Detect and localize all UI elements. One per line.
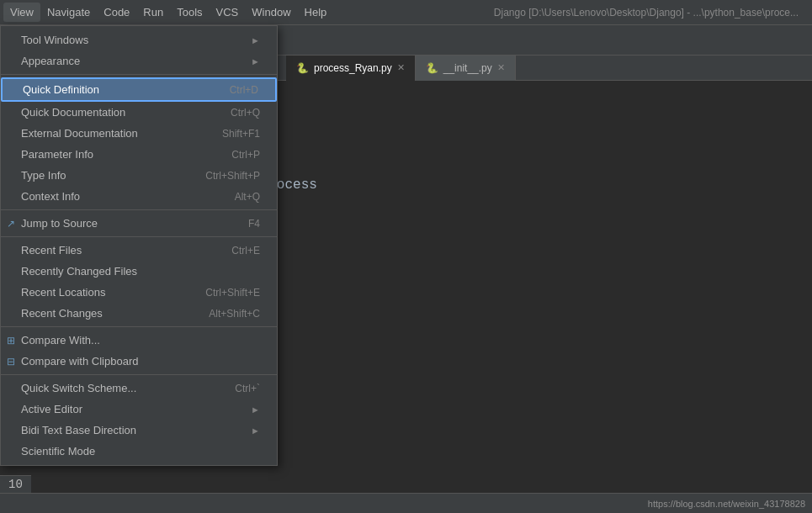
menu-item-external-documentation[interactable]: External Documentation Shift+F1	[1, 123, 277, 144]
menu-item-quick-definition[interactable]: Quick Definition Ctrl+D	[1, 77, 277, 102]
menu-item-recent-changes[interactable]: Recent Changes Alt+Shift+C	[1, 303, 277, 324]
separator-5	[1, 374, 277, 375]
menu-item-bidi-text[interactable]: Bidi Text Base Direction ►	[1, 420, 277, 441]
menu-item-jump-to-source[interactable]: ↗ Jump to Source F4	[1, 213, 277, 234]
tab-process-ryan-label: process_Ryan.py	[314, 62, 392, 74]
menu-run[interactable]: Run	[136, 3, 170, 22]
tab-process-ryan-close[interactable]: ✕	[397, 62, 405, 73]
menu-item-tool-windows[interactable]: Tool Windows ►	[1, 29, 277, 50]
tool-windows-arrow: ►	[251, 35, 260, 45]
context-info-shortcut: Alt+Q	[235, 191, 260, 203]
separator-2	[1, 209, 277, 210]
jump-to-source-shortcut: F4	[248, 218, 260, 230]
recent-locations-shortcut: Ctrl+Shift+E	[205, 287, 260, 299]
menu-item-active-editor[interactable]: Active Editor ►	[1, 399, 277, 420]
menu-item-compare-clipboard[interactable]: ⊟ Compare with Clipboard	[1, 351, 277, 372]
tab-init-close[interactable]: ✕	[497, 62, 505, 73]
menu-item-scientific-mode[interactable]: Scientific Mode	[1, 441, 277, 462]
tab-init[interactable]: 🐍 __init__.py ✕	[416, 56, 516, 81]
menu-item-recently-changed-files[interactable]: Recently Changed Files	[1, 261, 277, 282]
jump-to-source-icon: ↗	[4, 218, 18, 230]
quick-definition-shortcut: Ctrl+D	[230, 84, 258, 96]
parameter-info-shortcut: Ctrl+P	[231, 149, 260, 161]
quick-documentation-shortcut: Ctrl+Q	[231, 107, 260, 119]
menu-item-appearance[interactable]: Appearance ►	[1, 50, 277, 71]
type-info-shortcut: Ctrl+Shift+P	[205, 170, 260, 182]
dropdown-menu: Tool Windows ► Appearance ► Quick Defini…	[0, 25, 278, 466]
status-url: https://blog.csdn.net/weixin_43178828	[648, 499, 805, 509]
recently-changed-files-label: Recently Changed Files	[21, 265, 137, 278]
menu-view[interactable]: View	[3, 3, 40, 22]
recent-changes-label: Recent Changes	[21, 307, 103, 320]
menu-navigate[interactable]: Navigate	[40, 3, 97, 22]
active-editor-label: Active Editor	[21, 403, 82, 415]
jump-to-source-label: Jump to Source	[21, 217, 98, 230]
quick-definition-label: Quick Definition	[23, 83, 99, 96]
type-info-label: Type Info	[21, 169, 66, 182]
menu-vcs[interactable]: VCS	[210, 3, 246, 22]
separator-4	[1, 326, 277, 327]
menu-help[interactable]: Help	[298, 3, 334, 22]
separator-1	[1, 74, 277, 75]
menu-item-context-info[interactable]: Context Info Alt+Q	[1, 186, 277, 207]
compare-with-label: Compare With...	[21, 334, 100, 346]
menu-item-parameter-info[interactable]: Parameter Info Ctrl+P	[1, 144, 277, 165]
external-documentation-label: External Documentation	[21, 127, 138, 140]
statusbar: https://blog.csdn.net/weixin_43178828	[0, 493, 812, 513]
menubar: View Navigate Code Run Tools VCS Window …	[0, 0, 812, 25]
view-dropdown: Tool Windows ► Appearance ► Quick Defini…	[0, 25, 278, 466]
window-title: Django [D:\Users\Lenovo\Desktop\Django] …	[494, 7, 809, 19]
recent-locations-label: Recent Locations	[21, 286, 105, 299]
init-file-icon: 🐍	[426, 62, 438, 74]
current-line-number: 10	[0, 475, 31, 493]
menu-item-type-info[interactable]: Type Info Ctrl+Shift+P	[1, 165, 277, 186]
appearance-arrow: ►	[251, 56, 260, 66]
external-documentation-shortcut: Shift+F1	[222, 128, 260, 140]
compare-with-icon: ⊞	[4, 335, 18, 346]
menu-code[interactable]: Code	[97, 3, 136, 22]
compare-clipboard-icon: ⊟	[4, 356, 18, 368]
compare-clipboard-label: Compare with Clipboard	[21, 355, 138, 368]
context-info-label: Context Info	[21, 190, 80, 203]
tab-init-label: __init__.py	[443, 62, 492, 74]
scientific-mode-label: Scientific Mode	[21, 445, 95, 457]
bidi-text-arrow: ►	[251, 426, 260, 436]
separator-3	[1, 236, 277, 237]
recent-changes-shortcut: Alt+Shift+C	[209, 308, 260, 320]
bidi-text-label: Bidi Text Base Direction	[21, 424, 136, 436]
active-editor-arrow: ►	[251, 405, 260, 415]
tool-windows-label: Tool Windows	[21, 34, 88, 46]
menu-item-quick-documentation[interactable]: Quick Documentation Ctrl+Q	[1, 102, 277, 123]
quick-documentation-label: Quick Documentation	[21, 106, 125, 119]
menu-item-recent-locations[interactable]: Recent Locations Ctrl+Shift+E	[1, 282, 277, 303]
python-file-icon: 🐍	[296, 62, 309, 74]
appearance-label: Appearance	[21, 55, 80, 67]
menu-item-recent-files[interactable]: Recent Files Ctrl+E	[1, 240, 277, 261]
recent-files-label: Recent Files	[21, 244, 82, 256]
recent-files-shortcut: Ctrl+E	[231, 245, 260, 256]
menu-item-compare-with[interactable]: ⊞ Compare With...	[1, 330, 277, 351]
menu-window[interactable]: Window	[245, 3, 297, 22]
tab-process-ryan[interactable]: 🐍 process_Ryan.py ✕	[286, 56, 416, 81]
quick-switch-shortcut: Ctrl+`	[235, 383, 260, 394]
menu-tools[interactable]: Tools	[170, 3, 209, 22]
menu-item-quick-switch-scheme[interactable]: Quick Switch Scheme... Ctrl+`	[1, 378, 277, 399]
parameter-info-label: Parameter Info	[21, 148, 93, 161]
quick-switch-scheme-label: Quick Switch Scheme...	[21, 382, 136, 394]
